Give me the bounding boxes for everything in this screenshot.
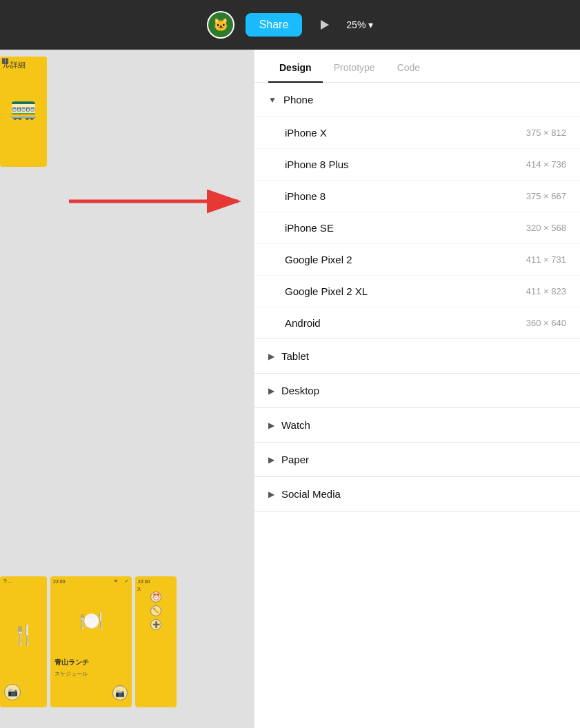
device-item-iphonese[interactable]: iPhone SE 320 × 568 [254,212,580,244]
device-item-pixel2[interactable]: Google Pixel 2 411 × 731 [254,244,580,276]
section-tablet-header[interactable]: ▶ Tablet [254,339,580,374]
zoom-label: 25% [346,19,366,30]
svg-marker-2 [321,20,329,30]
tab-design[interactable]: Design [268,54,323,83]
section-paper-label: Paper [281,454,309,465]
device-item-pixel2xl[interactable]: Google Pixel 2 XL 411 × 823 [254,276,580,307]
chevron-down-icon: ▼ [268,95,277,105]
section-watch-header[interactable]: ▶ Watch [254,408,580,443]
zoom-control[interactable]: 25% ▾ [346,19,373,30]
canvas-area: ▊▊ … 🚃 ル詳細 ラ... 🍴 📷 [0,50,254,728]
tab-prototype[interactable]: Prototype [323,54,386,83]
device-name: iPhone 8 [285,190,326,202]
topbar: 🐱 Share 25% ▾ [0,0,580,50]
play-button[interactable] [313,14,335,36]
section-desktop-label: Desktop [281,385,319,396]
panel-tabs: Design Prototype Code [254,50,580,83]
device-dims: 414 × 736 [526,159,566,170]
device-name: Google Pixel 2 XL [285,285,368,297]
section-watch-label: Watch [281,419,310,431]
device-dims: 360 × 640 [526,318,566,328]
device-item-android[interactable]: Android 360 × 640 [254,307,580,338]
device-item-iphone8plus[interactable]: iPhone 8 Plus 414 × 736 [254,149,580,181]
device-dims: 320 × 568 [526,223,566,233]
section-social-media-label: Social Media [281,488,341,500]
section-paper-header[interactable]: ▶ Paper [254,443,580,477]
chevron-right-icon: ▶ [268,421,274,430]
device-list-phone: iPhone X 375 × 812 iPhone 8 Plus 414 × 7… [254,117,580,339]
thumb-card-2: 22:00 ✕ ✓ 🍽️ 青山ランチ スケジュール 📷 [50,576,132,707]
svg-text:🐱: 🐱 [213,17,229,32]
tab-code[interactable]: Code [386,54,431,83]
zoom-chevron-icon: ▾ [368,19,373,30]
red-arrow [62,181,248,222]
device-item-iphone8[interactable]: iPhone 8 375 × 667 [254,181,580,212]
device-item-iphone-x[interactable]: iPhone X 375 × 812 [254,117,580,149]
device-name: Google Pixel 2 [285,254,352,265]
thumb-card-3: 22:00 ⏰ ✏️ ➕ ス [135,576,177,707]
thumbs-row: ラ... 🍴 📷 22:00 ✕ ✓ 🍽️ 青山ランチ スケジュール 📷 [0,569,254,728]
device-dims: 411 × 823 [526,286,566,296]
section-phone-header[interactable]: ▼ Phone [254,83,580,117]
section-tablet-label: Tablet [281,350,309,362]
device-name: Android [285,317,321,329]
section-phone-label: Phone [283,94,313,105]
device-dims: 411 × 731 [526,254,566,265]
section-desktop-header[interactable]: ▶ Desktop [254,374,580,408]
device-dims: 375 × 667 [526,191,566,201]
section-social-media-header[interactable]: ▶ Social Media [254,477,580,512]
chevron-right-icon: ▶ [268,489,274,499]
chevron-right-icon: ▶ [268,455,274,465]
device-dims: 375 × 812 [526,128,566,138]
train-icon: 🚃 [10,94,37,121]
device-name: iPhone SE [285,222,334,234]
thumb-card-1: ラ... 🍴 📷 [0,576,47,707]
detail-label: ル詳細 [3,58,26,70]
avatar: 🐱 [207,11,234,39]
device-name: iPhone X [285,127,327,139]
thumb-top-card: ▊▊ … 🚃 [0,57,47,167]
right-panel: Design Prototype Code ▼ Phone iPhone X 3… [254,50,580,728]
device-name: iPhone 8 Plus [285,159,349,170]
chevron-right-icon: ▶ [268,352,274,361]
share-button[interactable]: Share [246,13,303,37]
chevron-right-icon: ▶ [268,386,274,396]
